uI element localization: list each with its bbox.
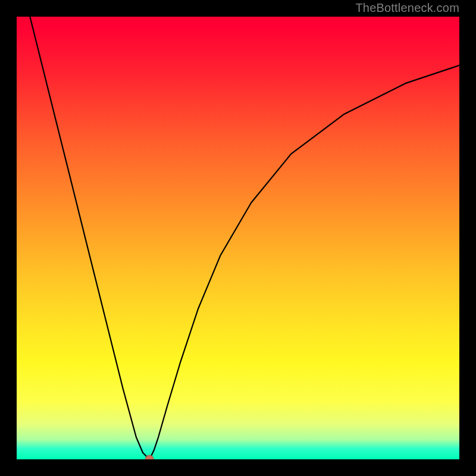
plot-area: [17, 17, 459, 459]
chart-frame: TheBottleneck.com: [0, 0, 476, 476]
bottleneck-curve: [17, 17, 459, 459]
watermark-text: TheBottleneck.com: [355, 1, 459, 15]
curve-svg: [17, 17, 459, 459]
